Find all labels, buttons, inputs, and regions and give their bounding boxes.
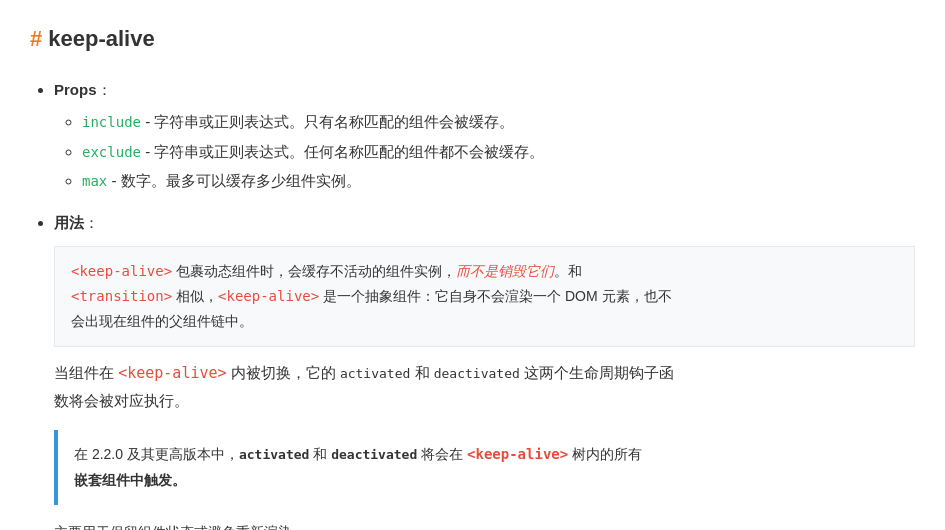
list-item: include - 字符串或正则表达式。只有名称匹配的组件会被缓存。 [82, 109, 915, 135]
usage-line1: <keep-alive> 包裹动态组件时，会缓存不活动的组件实例，而不是销毁它们… [71, 259, 898, 284]
para-text-1: 当组件在 [54, 364, 118, 381]
last-paragraph: 主要用于保留组件状态或避免重新渲染。 [54, 521, 915, 530]
bq-text-3: 将会在 [417, 446, 467, 462]
usage-text-5: 会出现在组件的父组件链中。 [71, 313, 253, 329]
bq-deactivated: deactivated [331, 447, 417, 462]
usage-label: 用法 [54, 214, 84, 231]
list-item: exclude - 字符串或正则表达式。任何名称匹配的组件都不会被缓存。 [82, 139, 915, 165]
deactivated-text: deactivated [434, 366, 520, 381]
bq-text-4: 树内的所有 [568, 446, 642, 462]
lifecycle-para: 当组件在 <keep-alive> 内被切换，它的 activated 和 de… [54, 359, 915, 414]
bq-activated: activated [239, 447, 309, 462]
usage-item: 用法： <keep-alive> 包裹动态组件时，会缓存不活动的组件实例，而不是… [54, 210, 915, 530]
usage-line3: 会出现在组件的父组件链中。 [71, 309, 898, 334]
list-item: max - 数字。最多可以缓存多少组件实例。 [82, 168, 915, 194]
blockquote-para: 在 2.2.0 及其更高版本中，activated 和 deactivated … [74, 442, 899, 492]
page-title: #keep-alive [30, 20, 915, 57]
include-desc: - 字符串或正则表达式。只有名称匹配的组件会被缓存。 [145, 113, 514, 130]
props-sub-list: include - 字符串或正则表达式。只有名称匹配的组件会被缓存。 exclu… [54, 109, 915, 194]
bq-line2: 嵌套组件中触发。 [74, 472, 186, 488]
usage-text-4: 是一个抽象组件：它自身不会渲染一个 DOM 元素，也不 [319, 288, 671, 304]
para-text-3: 和 [410, 364, 433, 381]
keep-alive-tag-1: <keep-alive> [71, 263, 172, 279]
usage-italic-1: 而不是销毁它们 [456, 263, 554, 279]
main-list: Props： include - 字符串或正则表达式。只有名称匹配的组件会被缓存… [30, 77, 915, 530]
keep-alive-tag-2: <keep-alive> [218, 288, 319, 304]
keep-alive-tag-inline: <keep-alive> [118, 364, 226, 382]
props-item: Props： include - 字符串或正则表达式。只有名称匹配的组件会被缓存… [54, 77, 915, 194]
props-label: Props [54, 81, 97, 98]
exclude-prop: exclude [82, 144, 141, 160]
include-prop: include [82, 114, 141, 130]
para-text-2: 内被切换，它的 [227, 364, 340, 381]
para-text-4: 这两个生命周期钩子函 [520, 364, 674, 381]
para-text-5: 数将会被对应执行。 [54, 392, 189, 409]
bq-keep-alive-tag: <keep-alive> [467, 446, 568, 462]
usage-code-block: <keep-alive> 包裹动态组件时，会缓存不活动的组件实例，而不是销毁它们… [54, 246, 915, 348]
activated-text: activated [340, 366, 410, 381]
transition-tag: <transition> [71, 288, 172, 304]
usage-text-3: 相似， [172, 288, 218, 304]
bq-text-2: 和 [309, 446, 331, 462]
bq-text-1: 在 2.2.0 及其更高版本中， [74, 446, 239, 462]
title-text: keep-alive [48, 26, 154, 51]
blockquote-block: 在 2.2.0 及其更高版本中，activated 和 deactivated … [54, 430, 915, 504]
max-desc: - 数字。最多可以缓存多少组件实例。 [111, 172, 360, 189]
exclude-desc: - 字符串或正则表达式。任何名称匹配的组件都不会被缓存。 [145, 143, 544, 160]
max-prop: max [82, 173, 107, 189]
usage-line2: <transition> 相似，<keep-alive> 是一个抽象组件：它自身… [71, 284, 898, 309]
usage-text-1: 包裹动态组件时，会缓存不活动的组件实例， [172, 263, 456, 279]
hash-symbol: # [30, 26, 42, 51]
usage-text-2: 。和 [554, 263, 582, 279]
